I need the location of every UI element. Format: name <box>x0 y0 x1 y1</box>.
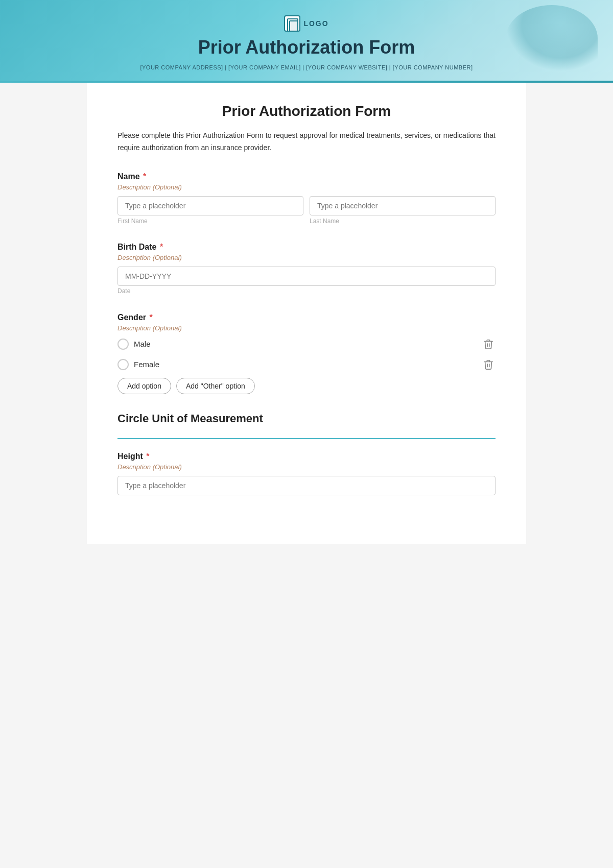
form-description: Please complete this Prior Authorization… <box>117 130 496 154</box>
main-content: Prior Authorization Form Please complete… <box>87 83 526 544</box>
gender-male-row: Male <box>117 337 496 351</box>
gender-label: Gender * <box>117 313 496 322</box>
birth-date-description: Description (Optional) <box>117 254 496 261</box>
name-input-row: First Name Last Name <box>117 196 496 225</box>
height-input[interactable] <box>117 476 496 495</box>
gender-male-delete-icon[interactable] <box>481 337 496 351</box>
logo-icon <box>284 15 300 32</box>
birth-date-input[interactable] <box>117 267 496 286</box>
gender-female-option[interactable]: Female <box>117 359 159 370</box>
gender-female-delete-icon[interactable] <box>481 357 496 372</box>
first-name-sub-label: First Name <box>117 218 303 225</box>
add-options-row: Add option Add "Other" option <box>117 378 496 394</box>
gender-female-label: Female <box>134 360 159 369</box>
page-header: LOGO Prior Authorization Form [YOUR COMP… <box>0 0 613 81</box>
gender-male-option[interactable]: Male <box>117 339 151 350</box>
last-name-input[interactable] <box>310 196 496 215</box>
height-required-marker: * <box>144 452 150 461</box>
name-required-marker: * <box>141 172 147 181</box>
add-other-option-button[interactable]: Add "Other" option <box>176 378 255 394</box>
height-section: Height * Description (Optional) <box>117 452 496 495</box>
gender-male-label: Male <box>134 340 151 348</box>
gender-female-row: Female <box>117 357 496 372</box>
circle-unit-heading: Circle Unit of Measurement <box>117 412 496 425</box>
first-name-input[interactable] <box>117 196 303 215</box>
circle-unit-section: Circle Unit of Measurement <box>117 412 496 439</box>
name-label: Name * <box>117 172 496 181</box>
gender-section: Gender * Description (Optional) Male <box>117 313 496 394</box>
birth-date-section: Birth Date * Description (Optional) Date <box>117 243 496 295</box>
name-section: Name * Description (Optional) First Name… <box>117 172 496 225</box>
gender-description: Description (Optional) <box>117 324 496 332</box>
birth-date-required-marker: * <box>157 243 163 251</box>
logo-text: LOGO <box>303 19 328 28</box>
header-title: Prior Authorization Form <box>10 37 603 58</box>
gender-female-radio[interactable] <box>117 359 129 370</box>
section-divider <box>117 438 496 439</box>
first-name-wrapper: First Name <box>117 196 303 225</box>
height-description: Description (Optional) <box>117 463 496 471</box>
height-label: Height * <box>117 452 496 461</box>
name-description: Description (Optional) <box>117 183 496 191</box>
birth-date-label: Birth Date * <box>117 243 496 252</box>
birth-date-sub-label: Date <box>117 287 130 295</box>
header-contact: [YOUR COMPANY ADDRESS] | [YOUR COMPANY E… <box>10 64 603 70</box>
form-title: Prior Authorization Form <box>117 103 496 119</box>
add-option-button[interactable]: Add option <box>117 378 171 394</box>
gender-required-marker: * <box>147 313 153 322</box>
last-name-wrapper: Last Name <box>310 196 496 225</box>
last-name-sub-label: Last Name <box>310 218 496 225</box>
gender-male-radio[interactable] <box>117 339 129 350</box>
